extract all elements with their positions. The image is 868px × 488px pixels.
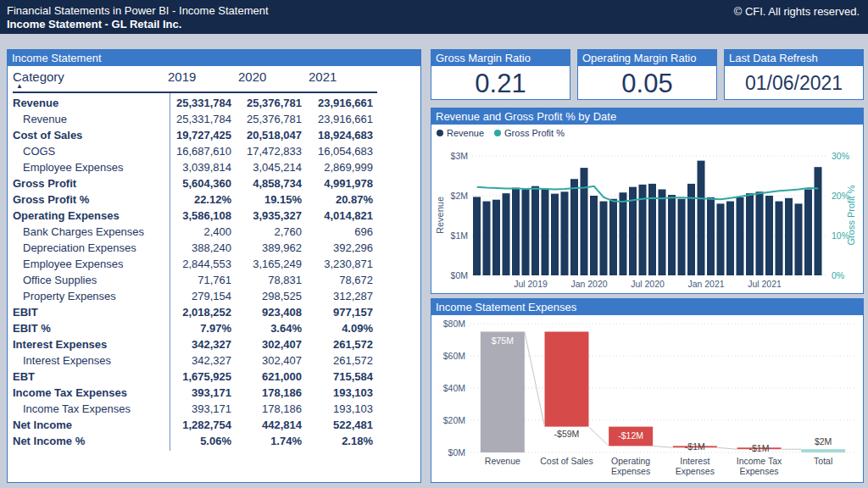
cell-value: 3,586,108: [164, 208, 235, 224]
page-title: Financial Statements in Power BI - Incom…: [7, 4, 269, 17]
cell-value: 178,186: [235, 401, 305, 417]
table-row[interactable]: Bank Charges Expenses2,4002,760696: [13, 224, 381, 240]
revenue-bar[interactable]: [483, 202, 491, 275]
table-row[interactable]: Net Income1,282,754442,814522,481: [13, 417, 381, 433]
column-header-2019[interactable]: 2019: [164, 69, 235, 84]
table-row[interactable]: Employee Expenses2,844,5533,165,2493,230…: [13, 256, 381, 272]
cell-value: 23,916,661: [305, 95, 376, 111]
kpi-title: Gross Margin Ratio: [431, 50, 570, 66]
revenue-bar[interactable]: [678, 199, 686, 275]
report-header-bar: Financial Statements in Power BI - Incom…: [0, 0, 868, 34]
kpi-card-gross-margin-ratio[interactable]: Gross Margin Ratio 0.21: [431, 49, 570, 100]
revenue-bar[interactable]: [600, 202, 608, 275]
revenue-bar[interactable]: [551, 194, 559, 275]
cell-value: 5.06%: [164, 433, 235, 449]
income-statement-rows: Revenue25,331,78425,376,78123,916,661Rev…: [13, 95, 381, 449]
table-row[interactable]: Income Tax Expenses393,171178,186193,103: [13, 385, 381, 401]
revenue-bar[interactable]: [737, 197, 744, 275]
expenses-chart-plot[interactable]: $0M$20M$40M$60M$80M$75M-$59M-$12M-$1M-$1…: [431, 315, 863, 483]
revenue-chart-title: Revenue and Gross Profit % by Date: [431, 108, 863, 125]
revenue-bar[interactable]: [492, 200, 500, 275]
revenue-bar[interactable]: [620, 192, 627, 275]
cell-value: 2,018,252: [164, 304, 235, 320]
column-header-category[interactable]: Category: [13, 69, 164, 84]
revenue-bar[interactable]: [531, 186, 539, 275]
revenue-bar[interactable]: [765, 196, 773, 275]
revenue-bar[interactable]: [726, 202, 734, 275]
revenue-chart-plot[interactable]: $0M0%$1M10%$2M20%$3M30%Jul 2019Jan 2020J…: [431, 142, 863, 294]
table-row[interactable]: EBT1,675,925621,000715,584: [13, 369, 381, 385]
sort-ascending-icon[interactable]: ▲: [16, 83, 23, 90]
row-label: Revenue: [13, 95, 164, 111]
kpi-card-operating-margin-ratio[interactable]: Operating Margin Ratio 0.05: [577, 49, 717, 100]
revenue-gross-profit-chart-panel[interactable]: Revenue and Gross Profit % by Date Reven…: [431, 108, 864, 294]
revenue-bar[interactable]: [795, 203, 803, 275]
x-axis-category-label: Interest: [680, 456, 709, 466]
table-row[interactable]: Revenue25,331,78425,376,78123,916,661: [13, 95, 381, 111]
revenue-bar[interactable]: [503, 193, 510, 275]
waterfall-bar[interactable]: [481, 332, 525, 453]
cell-value: 3,230,871: [305, 256, 376, 272]
cell-value: 25,331,784: [164, 111, 235, 127]
table-row[interactable]: Office Supplies71,76178,83178,672: [13, 272, 381, 288]
revenue-bar[interactable]: [512, 188, 520, 275]
bar-value-label: $2M: [815, 436, 832, 446]
x-axis-tick: Jul 2019: [514, 279, 548, 289]
revenue-bar[interactable]: [746, 193, 754, 275]
revenue-bar[interactable]: [668, 195, 676, 275]
income-statement-panel[interactable]: Income Statement Category 2019 2020 2021…: [7, 49, 421, 483]
table-row[interactable]: Income Tax Expenses393,171178,186193,103: [13, 401, 381, 417]
column-header-2021[interactable]: 2021: [305, 69, 376, 84]
revenue-bar[interactable]: [542, 189, 549, 275]
revenue-bar[interactable]: [815, 167, 822, 275]
revenue-bar[interactable]: [776, 202, 783, 275]
table-row[interactable]: Net Income %5.06%1.74%2.18%: [13, 433, 381, 449]
revenue-bar[interactable]: [570, 179, 578, 275]
cell-value: 78,831: [235, 272, 305, 288]
table-row[interactable]: Revenue25,331,78425,376,78123,916,661: [13, 111, 381, 127]
legend-item-revenue[interactable]: Revenue: [437, 128, 484, 138]
legend-item-gross-profit[interactable]: Gross Profit %: [494, 128, 565, 138]
y-axis-tick-left: $2M: [451, 191, 468, 201]
revenue-bar[interactable]: [707, 197, 715, 275]
revenue-bar[interactable]: [581, 168, 588, 275]
revenue-bar[interactable]: [756, 191, 764, 275]
kpi-card-last-data-refresh[interactable]: Last Data Refresh 01/06/2021: [724, 49, 864, 100]
cell-value: 442,814: [235, 417, 305, 433]
table-row[interactable]: EBIT %7.97%3.64%4.09%: [13, 320, 381, 336]
revenue-bar[interactable]: [717, 203, 725, 275]
table-row[interactable]: Depreciation Expenses388,240389,962392,2…: [13, 240, 381, 256]
waterfall-bar[interactable]: [545, 332, 589, 427]
table-row[interactable]: Gross Profit5,604,3604,858,7344,991,978: [13, 175, 381, 191]
table-row[interactable]: Gross Profit %22.12%19.15%20.87%: [13, 191, 381, 208]
table-row[interactable]: EBIT2,018,252923,408977,157: [13, 304, 381, 320]
cell-value: 977,157: [305, 304, 376, 320]
revenue-bar[interactable]: [590, 196, 598, 275]
bar-value-label: -$1M: [749, 443, 770, 453]
revenue-bar[interactable]: [522, 189, 530, 275]
cell-value: 392,296: [305, 240, 376, 256]
cell-value: 20.87%: [305, 191, 376, 208]
cell-value: 3,165,249: [235, 256, 305, 272]
table-row[interactable]: Employee Expenses3,039,8143,045,2142,869…: [13, 159, 381, 175]
column-header-2020[interactable]: 2020: [235, 69, 305, 84]
revenue-bar[interactable]: [659, 189, 666, 275]
table-row[interactable]: Cost of Sales19,727,42520,518,04718,924,…: [13, 127, 381, 143]
revenue-bar[interactable]: [473, 197, 481, 275]
revenue-bar[interactable]: [698, 161, 705, 275]
cell-value: 5,604,360: [164, 175, 235, 191]
revenue-bar[interactable]: [609, 199, 617, 275]
cell-value: 4,991,978: [305, 175, 376, 191]
cell-value: 2.18%: [305, 433, 376, 449]
table-row[interactable]: Interest Expenses342,327302,407261,572: [13, 336, 381, 352]
table-row[interactable]: Interest Expenses342,327302,407261,572: [13, 352, 381, 369]
revenue-bar[interactable]: [561, 191, 569, 275]
table-row[interactable]: Operating Expenses3,586,1083,935,3274,01…: [13, 208, 381, 224]
table-row[interactable]: Property Expenses279,154298,525312,287: [13, 288, 381, 304]
expenses-waterfall-panel[interactable]: Income Statement Expenses $0M$20M$40M$60…: [431, 298, 864, 483]
cell-value: 3,045,214: [235, 159, 305, 175]
table-row[interactable]: COGS16,687,61017,472,83316,054,683: [13, 143, 381, 159]
waterfall-bar[interactable]: [801, 449, 845, 452]
revenue-bar[interactable]: [785, 198, 793, 275]
revenue-bar[interactable]: [804, 189, 812, 275]
